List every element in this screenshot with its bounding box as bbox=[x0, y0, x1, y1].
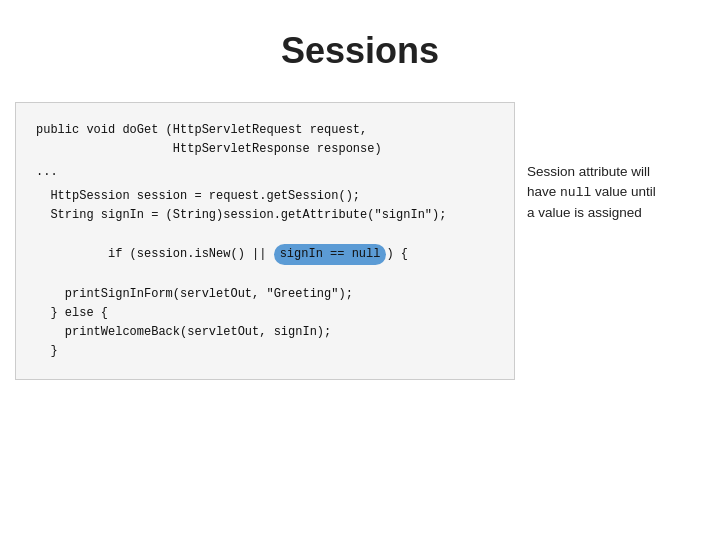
code-line-6a: if (session.isNew() || bbox=[94, 247, 274, 261]
code-line-3: ... bbox=[36, 163, 494, 182]
annotation-line2-prefix: have bbox=[527, 184, 560, 199]
slide-title: Sessions bbox=[281, 30, 439, 72]
annotation-line3: a value is assigned bbox=[527, 205, 642, 220]
code-line-9: printWelcomeBack(servletOut, signIn); bbox=[36, 323, 494, 342]
content-area: public void doGet (HttpServletRequest re… bbox=[15, 102, 705, 380]
code-box: public void doGet (HttpServletRequest re… bbox=[15, 102, 515, 380]
code-line-6b: ) { bbox=[386, 247, 408, 261]
code-line-1: public void doGet (HttpServletRequest re… bbox=[36, 121, 494, 140]
code-line-4: HttpSession session = request.getSession… bbox=[36, 187, 494, 206]
slide-container: Sessions public void doGet (HttpServletR… bbox=[0, 0, 720, 540]
code-line-7: printSignInForm(servletOut, "Greeting"); bbox=[36, 285, 494, 304]
annotation-line1: Session attribute will bbox=[527, 164, 650, 179]
annotation-box: Session attribute will have null value u… bbox=[527, 162, 705, 223]
code-line-5: String signIn = (String)session.getAttri… bbox=[36, 206, 494, 225]
code-line-10: } bbox=[36, 342, 494, 361]
annotation-line2-suffix: value until bbox=[591, 184, 656, 199]
annotation-null: null bbox=[560, 185, 591, 200]
highlighted-condition: signIn == null bbox=[274, 244, 387, 265]
code-line-6: if (session.isNew() || signIn == null) { bbox=[36, 225, 494, 285]
code-line-2: HttpServletResponse response) bbox=[36, 140, 494, 159]
code-line-8: } else { bbox=[36, 304, 494, 323]
